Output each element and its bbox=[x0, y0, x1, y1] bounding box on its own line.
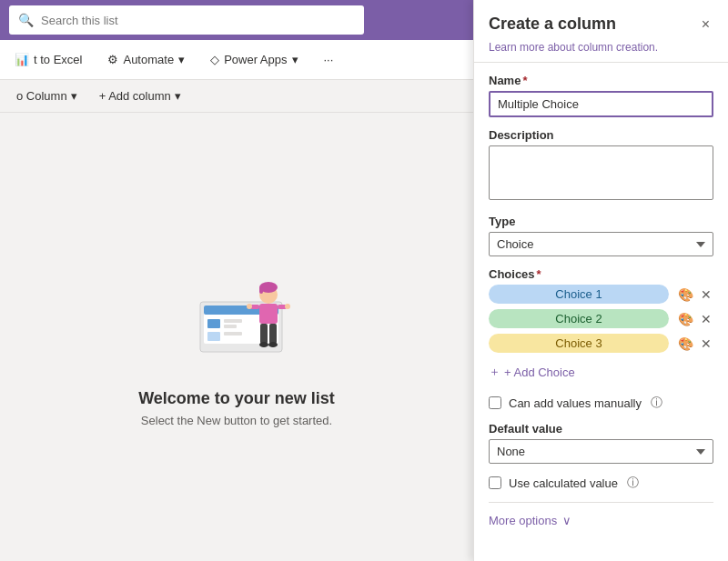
welcome-area: Welcome to your new list Select the New … bbox=[0, 113, 473, 561]
add-choice-button[interactable]: ＋ + Add Choice bbox=[489, 360, 575, 384]
choice-item-3: Choice 3 🎨 ✕ bbox=[489, 334, 713, 353]
panel-body: Name* Description Type Choice Choices* C bbox=[474, 63, 728, 561]
choices-required-star: * bbox=[537, 267, 541, 281]
panel-header: Create a column × Learn more about colum… bbox=[474, 0, 728, 63]
svg-rect-13 bbox=[269, 324, 277, 344]
use-calculated-checkbox[interactable] bbox=[489, 476, 501, 489]
choice-color-button-2[interactable]: 🎨 bbox=[676, 310, 695, 328]
svg-point-19 bbox=[285, 304, 290, 309]
description-field-group: Description bbox=[489, 128, 713, 204]
edit-column-chevron-icon: ▾ bbox=[71, 89, 77, 103]
panel-title: Create a column bbox=[489, 15, 616, 34]
left-panel: 🔍 📊 t to Excel ⚙ Automate ▾ ◇ Power Apps… bbox=[0, 0, 473, 561]
choice-badge-1: Choice 1 bbox=[489, 285, 669, 304]
add-column-button[interactable]: + Add column ▾ bbox=[92, 85, 188, 106]
name-input[interactable] bbox=[489, 91, 713, 117]
powerapps-icon: ◇ bbox=[210, 53, 219, 66]
add-choice-icon: ＋ bbox=[489, 364, 500, 380]
can-add-manually-checkbox[interactable] bbox=[489, 396, 501, 409]
column-header-row: o Column ▾ + Add column ▾ bbox=[0, 80, 473, 113]
search-input[interactable] bbox=[41, 14, 355, 27]
can-add-manually-info-icon[interactable]: ⓘ bbox=[651, 395, 662, 411]
choice-delete-button-1[interactable]: ✕ bbox=[699, 286, 713, 304]
automate-chevron-icon: ▾ bbox=[178, 53, 185, 66]
type-field-group: Type Choice bbox=[489, 215, 713, 256]
choices-field-group: Choices* Choice 1 🎨 ✕ Choice 2 🎨 ✕ bbox=[489, 267, 713, 384]
create-column-panel: Create a column × Learn more about colum… bbox=[473, 0, 728, 561]
use-calculated-label: Use calculated value bbox=[509, 476, 618, 490]
svg-rect-12 bbox=[260, 324, 268, 344]
svg-rect-11 bbox=[259, 304, 278, 324]
use-calculated-row: Use calculated value ⓘ bbox=[489, 475, 713, 491]
choice-delete-button-3[interactable]: ✕ bbox=[699, 335, 713, 353]
can-add-manually-row: Can add values manually ⓘ bbox=[489, 395, 713, 411]
svg-point-18 bbox=[247, 304, 252, 309]
type-select[interactable]: Choice bbox=[489, 232, 713, 256]
svg-rect-3 bbox=[207, 319, 220, 328]
choice-item-1: Choice 1 🎨 ✕ bbox=[489, 285, 713, 304]
search-box[interactable]: 🔍 bbox=[9, 5, 364, 35]
excel-icon: 📊 bbox=[15, 53, 29, 66]
close-panel-button[interactable]: × bbox=[698, 15, 713, 35]
svg-point-14 bbox=[259, 342, 268, 347]
powerapps-button[interactable]: ◇ Power Apps ▾ bbox=[205, 49, 303, 70]
use-calculated-info-icon[interactable]: ⓘ bbox=[627, 475, 639, 491]
automate-button[interactable]: ⚙ Automate ▾ bbox=[102, 49, 190, 70]
default-value-field-group: Default value None bbox=[489, 422, 713, 464]
powerapps-chevron-icon: ▾ bbox=[292, 53, 298, 66]
choice-badge-2: Choice 2 bbox=[489, 309, 669, 328]
svg-point-15 bbox=[268, 342, 278, 347]
default-value-label: Default value bbox=[489, 422, 713, 436]
name-required-star: * bbox=[522, 74, 527, 87]
welcome-subtitle: Select the New button to get started. bbox=[141, 414, 332, 427]
edit-column-button[interactable]: o Column ▾ bbox=[9, 85, 85, 106]
search-icon: 🔍 bbox=[18, 13, 34, 27]
choices-label: Choices* bbox=[489, 267, 713, 281]
automate-icon: ⚙ bbox=[107, 53, 118, 66]
description-input[interactable] bbox=[489, 145, 713, 200]
can-add-manually-label: Can add values manually bbox=[509, 396, 642, 410]
learn-more-link[interactable]: Learn more about column creation. bbox=[489, 41, 658, 54]
choice-badge-3: Choice 3 bbox=[489, 334, 669, 353]
choice-color-button-1[interactable]: 🎨 bbox=[676, 286, 695, 304]
more-options-chevron-icon: ∨ bbox=[562, 514, 571, 527]
type-label: Type bbox=[489, 215, 713, 228]
welcome-illustration bbox=[173, 247, 300, 375]
choice-color-button-3[interactable]: 🎨 bbox=[676, 335, 695, 353]
name-field-group: Name* bbox=[489, 74, 713, 117]
divider bbox=[489, 502, 713, 503]
svg-rect-4 bbox=[224, 319, 242, 323]
choice-item-2: Choice 2 🎨 ✕ bbox=[489, 309, 713, 328]
svg-rect-5 bbox=[224, 325, 237, 328]
name-label: Name* bbox=[489, 74, 713, 87]
more-toolbar-button[interactable]: ··· bbox=[318, 49, 339, 70]
choice-delete-button-2[interactable]: ✕ bbox=[699, 310, 713, 328]
more-options-button[interactable]: More options ∨ bbox=[489, 506, 571, 535]
top-bar: 🔍 bbox=[0, 0, 473, 40]
svg-rect-7 bbox=[224, 332, 242, 336]
description-label: Description bbox=[489, 128, 713, 142]
choices-list: Choice 1 🎨 ✕ Choice 2 🎨 ✕ Choice bbox=[489, 285, 713, 353]
default-value-select[interactable]: None bbox=[489, 439, 713, 464]
welcome-title: Welcome to your new list bbox=[138, 389, 335, 408]
add-column-chevron-icon: ▾ bbox=[175, 89, 181, 103]
svg-rect-6 bbox=[207, 332, 220, 341]
toolbar: 📊 t to Excel ⚙ Automate ▾ ◇ Power Apps ▾… bbox=[0, 40, 473, 80]
svg-rect-10 bbox=[259, 286, 263, 294]
export-excel-button[interactable]: 📊 t to Excel bbox=[9, 49, 87, 70]
